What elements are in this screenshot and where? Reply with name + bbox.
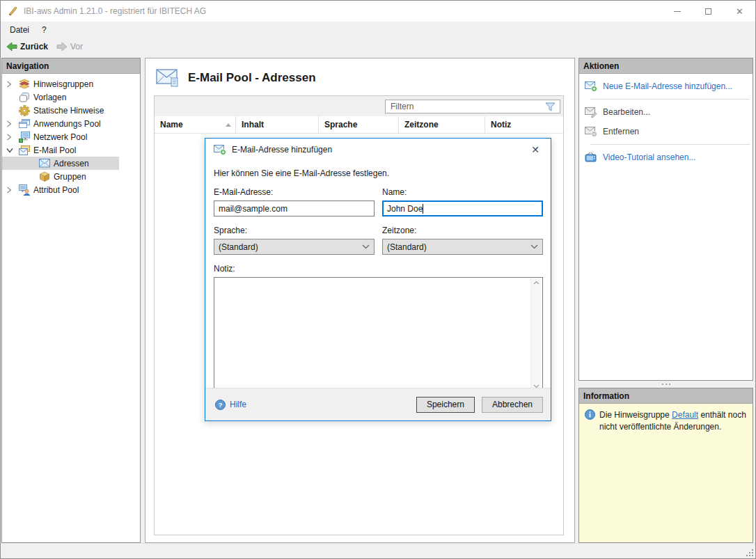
tree-label: E-Mail Pool	[33, 145, 76, 155]
maximize-button[interactable]	[693, 1, 724, 22]
tree-item-vorlagen[interactable]: Vorlagen	[2, 90, 140, 104]
email-field[interactable]: mail@sample.com	[214, 200, 375, 216]
resize-grip-icon[interactable]	[746, 549, 753, 556]
chevron-down-icon	[362, 244, 370, 249]
chevron-right-icon[interactable]	[6, 81, 18, 88]
notiz-textarea[interactable]	[214, 277, 543, 392]
information-panel: Information Die Hinweisgruppe Default en…	[578, 388, 753, 543]
title-bar: IBI-aws Admin 1.21.0 - registriert für I…	[1, 1, 755, 22]
tree-item-anwendungs-pool[interactable]: Anwendungs Pool	[2, 117, 140, 130]
gear-icon	[18, 105, 30, 116]
page-title: E-Mail Pool - Adressen	[188, 71, 316, 85]
chevron-right-icon[interactable]	[6, 134, 18, 141]
envelope-icon	[38, 158, 50, 169]
tree-item-email-pool[interactable]: E-Mail Pool	[2, 143, 140, 157]
back-button[interactable]: Zurück	[2, 40, 52, 53]
save-button[interactable]: Speichern	[416, 397, 475, 413]
envelope-edit-icon	[585, 107, 597, 118]
action-new-email-address[interactable]: Neue E-Mail-Adresse hinzufügen...	[579, 79, 753, 93]
filter-input[interactable]	[386, 102, 545, 111]
envelope-plus-icon	[585, 81, 597, 92]
actions-divider	[590, 99, 750, 100]
menu-help[interactable]: ?	[36, 22, 53, 38]
tree-label: Hinweisgruppen	[33, 79, 93, 89]
action-label: Entfernen	[603, 127, 639, 136]
filter-funnel-icon	[545, 102, 556, 111]
filter-strip	[155, 96, 563, 116]
actions-divider	[590, 144, 750, 145]
name-field[interactable]: John Doe	[382, 200, 543, 216]
action-remove[interactable]: Entfernen	[579, 125, 753, 139]
chevron-right-icon[interactable]	[6, 120, 18, 127]
cancel-button[interactable]: Abbrechen	[482, 397, 543, 413]
name-label: Name:	[382, 187, 543, 197]
chevron-right-icon[interactable]	[6, 187, 18, 194]
help-link[interactable]: ? Hilfe	[215, 400, 246, 410]
package-icon	[38, 171, 50, 182]
navigation-panel: Navigation Hinweisgruppen Vorlagen Stati…	[1, 58, 141, 543]
tree-item-attribut-pool[interactable]: Attribut Pool	[2, 183, 140, 196]
column-header-sprache[interactable]: Sprache	[319, 116, 399, 133]
action-label: Video-Tutorial ansehen...	[603, 152, 695, 162]
tree-label: Gruppen	[54, 172, 86, 182]
menu-bar: Datei ?	[1, 22, 755, 38]
app-icon	[7, 6, 18, 17]
network-icon	[18, 132, 30, 143]
forward-button[interactable]: Vor	[52, 40, 87, 53]
zeitzone-select[interactable]: (Standard)	[382, 239, 543, 255]
menu-datei[interactable]: Datei	[3, 22, 36, 38]
tree-label: Vorlagen	[33, 93, 66, 102]
chevron-down-icon[interactable]	[6, 148, 18, 153]
maximize-icon	[705, 8, 711, 15]
app-window: IBI-aws Admin 1.21.0 - registriert für I…	[0, 0, 756, 559]
scroll-up-icon[interactable]	[533, 281, 540, 285]
user-pc-icon	[18, 184, 30, 196]
sort-ascending-icon	[226, 123, 231, 127]
pages-icon	[18, 92, 30, 103]
forward-label: Vor	[70, 42, 83, 52]
sprache-label: Sprache:	[214, 226, 375, 235]
envelope-minus-icon	[585, 126, 597, 137]
action-label: Neue E-Mail-Adresse hinzufügen...	[603, 81, 732, 91]
tree-item-netzwerk-pool[interactable]: Netzwerk Pool	[2, 130, 140, 143]
information-message: Die Hinweisgruppe Default enthält noch n…	[599, 409, 747, 434]
tree-item-adressen[interactable]: Adressen	[2, 157, 140, 170]
dialog-title: E-Mail-Adresse hinzufügen	[232, 145, 332, 155]
tree-label: Adressen	[54, 159, 89, 168]
help-label: Hilfe	[230, 400, 246, 409]
stack-icon	[18, 79, 30, 90]
action-edit[interactable]: Bearbeiten...	[579, 105, 753, 119]
email-pool-icon	[156, 68, 180, 88]
tree-item-hinweisgruppen[interactable]: Hinweisgruppen	[2, 77, 140, 90]
minimize-button[interactable]	[661, 1, 693, 22]
information-body: Die Hinweisgruppe Default enthält noch n…	[579, 404, 753, 542]
panel-splitter[interactable]	[578, 381, 753, 388]
svg-text:?: ?	[219, 401, 223, 408]
sprache-select[interactable]: (Standard)	[214, 239, 375, 255]
info-icon	[585, 409, 595, 434]
email-label: E-Mail-Adresse:	[214, 187, 375, 197]
add-email-dialog: E-Mail-Adresse hinzufügen ✕ Hier können …	[205, 138, 551, 421]
column-header-notiz[interactable]: Notiz	[485, 116, 563, 133]
tree-item-gruppen[interactable]: Gruppen	[2, 170, 140, 183]
back-label: Zurück	[20, 42, 48, 52]
action-video-tutorial[interactable]: Video-Tutorial ansehen...	[579, 150, 753, 164]
column-header-name[interactable]: Name	[155, 116, 236, 133]
default-group-link[interactable]: Default	[672, 410, 698, 420]
textarea-scrollbar[interactable]	[530, 278, 542, 391]
forward-arrow-icon	[56, 42, 68, 52]
windows-icon	[18, 118, 30, 129]
table-header: Name Inhalt Sprache Zeitzone Notiz	[155, 116, 563, 134]
tree-label: Anwendungs Pool	[33, 119, 101, 129]
column-header-zeitzone[interactable]: Zeitzone	[399, 116, 485, 133]
close-button[interactable]: ✕	[724, 1, 755, 22]
actions-panel: Aktionen Neue E-Mail-Adresse hinzufügen.…	[578, 58, 753, 381]
dialog-close-button[interactable]: ✕	[528, 143, 542, 157]
filter-field[interactable]	[385, 100, 560, 113]
notiz-label: Notiz:	[214, 264, 543, 274]
tree-item-statische-hinweise[interactable]: Statische Hinweise	[2, 104, 140, 117]
close-icon: ✕	[531, 144, 540, 155]
action-label: Bearbeiten...	[603, 107, 650, 117]
column-header-inhalt[interactable]: Inhalt	[236, 116, 319, 133]
help-icon: ?	[215, 400, 226, 410]
